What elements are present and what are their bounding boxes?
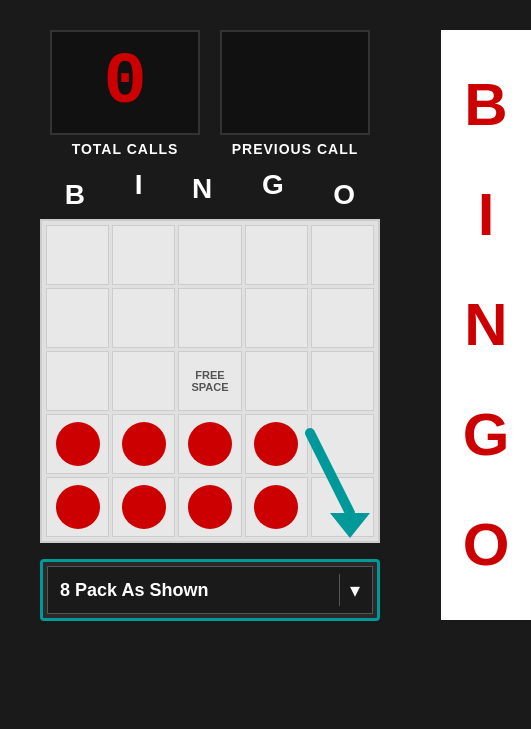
dropdown-divider bbox=[339, 574, 340, 606]
sidebar-letter-N: N bbox=[464, 295, 507, 355]
bingo-letters-row: B I N G O bbox=[40, 177, 380, 211]
dropdown-inner[interactable]: 8 Pack As Shown ▾ bbox=[47, 566, 373, 614]
cell-4-1[interactable] bbox=[112, 477, 175, 537]
cell-3-0[interactable] bbox=[46, 414, 109, 474]
total-calls-value: 0 bbox=[103, 42, 146, 124]
letter-I: I bbox=[135, 169, 143, 211]
cell-0-4[interactable] bbox=[311, 225, 374, 285]
dropdown-label: 8 Pack As Shown bbox=[60, 580, 329, 601]
total-calls-label: TOTAL CALLS bbox=[72, 141, 179, 157]
cell-0-0[interactable] bbox=[46, 225, 109, 285]
previous-call-label: PREVIOUS CALL bbox=[232, 141, 359, 157]
bingo-sidebar: B I N G O bbox=[441, 30, 531, 620]
cell-2-0[interactable] bbox=[46, 351, 109, 411]
letter-N: N bbox=[192, 173, 212, 211]
cell-4-0[interactable] bbox=[46, 477, 109, 537]
cell-1-2[interactable] bbox=[178, 288, 241, 348]
cell-1-0[interactable] bbox=[46, 288, 109, 348]
cell-2-1[interactable] bbox=[112, 351, 175, 411]
sidebar-letter-I: I bbox=[478, 185, 495, 245]
daub-4-0 bbox=[56, 485, 100, 529]
daub-4-2 bbox=[188, 485, 232, 529]
cell-2-4[interactable] bbox=[311, 351, 374, 411]
dropdown-arrow-icon[interactable]: ▾ bbox=[350, 578, 360, 602]
cell-2-3[interactable] bbox=[245, 351, 308, 411]
letter-O: O bbox=[333, 179, 355, 211]
cell-3-1[interactable] bbox=[112, 414, 175, 474]
sidebar-letter-G: G bbox=[463, 405, 510, 465]
cell-4-2[interactable] bbox=[178, 477, 241, 537]
cell-3-2[interactable] bbox=[178, 414, 241, 474]
daub-4-1 bbox=[122, 485, 166, 529]
previous-call-display bbox=[220, 30, 370, 135]
letter-G: G bbox=[262, 169, 284, 211]
sidebar-letter-O: O bbox=[463, 515, 510, 575]
teal-arrow bbox=[290, 423, 390, 543]
main-area: 0 TOTAL CALLS PREVIOUS CALL B I N G O bbox=[0, 0, 420, 729]
total-calls-display: 0 bbox=[50, 30, 200, 135]
svg-marker-1 bbox=[330, 513, 370, 538]
cell-1-3[interactable] bbox=[245, 288, 308, 348]
cell-0-2[interactable] bbox=[178, 225, 241, 285]
cell-1-4[interactable] bbox=[311, 288, 374, 348]
previous-call-box: PREVIOUS CALL bbox=[220, 30, 370, 157]
total-calls-box: 0 TOTAL CALLS bbox=[50, 30, 200, 157]
cell-1-1[interactable] bbox=[112, 288, 175, 348]
cell-2-2-free: FREESPACE bbox=[178, 351, 241, 411]
daub-3-2 bbox=[188, 422, 232, 466]
svg-line-0 bbox=[310, 433, 350, 513]
daub-3-0 bbox=[56, 422, 100, 466]
cell-0-1[interactable] bbox=[112, 225, 175, 285]
dropdown-container[interactable]: 8 Pack As Shown ▾ bbox=[40, 559, 380, 621]
daub-3-1 bbox=[122, 422, 166, 466]
cell-0-3[interactable] bbox=[245, 225, 308, 285]
scoreboard-row: 0 TOTAL CALLS PREVIOUS CALL bbox=[50, 30, 370, 157]
letter-B: B bbox=[65, 179, 85, 211]
sidebar-letter-B: B bbox=[464, 75, 507, 135]
